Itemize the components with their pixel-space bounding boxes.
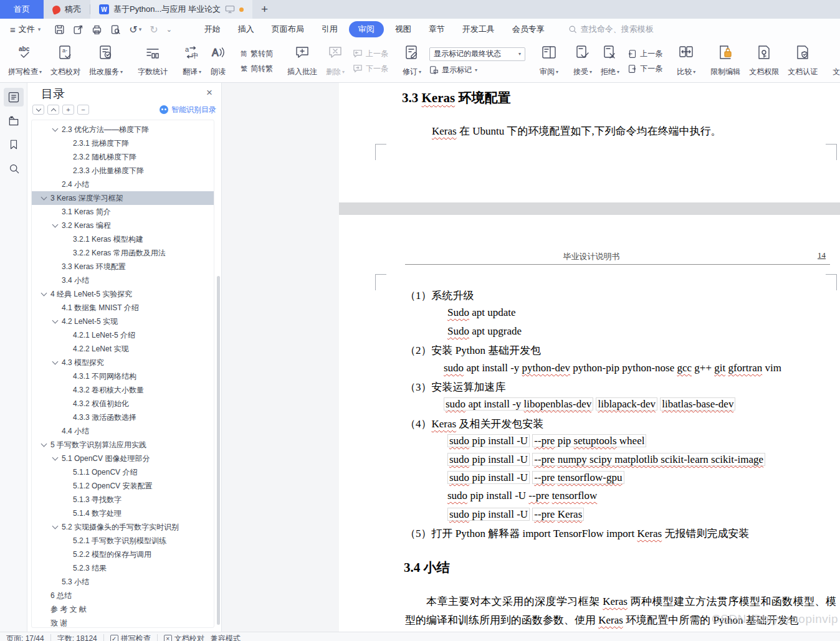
collapse-button[interactable]: − <box>77 105 89 115</box>
toc-item[interactable]: 4.2 LeNet-5 实现 <box>32 315 214 328</box>
toc-item[interactable]: 3.2.2 Keras 常用函数及用法 <box>32 246 214 260</box>
toc-scrollbar-thumb[interactable] <box>217 276 220 625</box>
customize-toolbar-icon[interactable]: ⌄ <box>166 26 172 34</box>
toc-item[interactable]: 3.1 Keras 简介 <box>32 205 214 219</box>
word-count-button[interactable]: 字数统计 <box>133 40 172 82</box>
markup-state-select[interactable]: 显示标记的最终状态 ▾ <box>429 47 525 61</box>
track-changes-button[interactable]: 修订▾ <box>398 40 426 82</box>
read-aloud-button[interactable]: A 朗读 <box>206 40 231 82</box>
toc-item[interactable]: 2.3.2 随机梯度下降 <box>32 150 214 164</box>
save-button[interactable] <box>54 24 65 35</box>
menu-page-layout[interactable]: 页面布局 <box>263 21 313 37</box>
toc-item[interactable]: 4.3.2 权值初始化 <box>32 397 214 411</box>
toc-item[interactable]: 4.3.2 卷积核大小数量 <box>32 383 214 397</box>
file-menu-button[interactable]: ≡ 文件 ▾ <box>0 24 47 35</box>
toc-item[interactable]: 5 手写数字识别算法应用实践 <box>32 438 214 452</box>
toc-item[interactable]: 4.4 小结 <box>32 424 214 438</box>
toc-item[interactable]: 3.3 Keras 环境配置 <box>32 260 214 273</box>
simplified-to-traditional-button[interactable]: 繁简转繁 <box>241 64 273 74</box>
toc-item[interactable]: 参 考 文 献 <box>32 602 214 616</box>
toc-item[interactable]: 2.3 优化方法——梯度下降 <box>32 123 214 136</box>
spellcheck-toggle[interactable]: ✓拼写检查 <box>110 634 151 641</box>
menu-references[interactable]: 引用 <box>313 21 346 37</box>
spellcheck-button[interactable]: abc 拼写检查▾ <box>4 40 46 82</box>
toc-item[interactable]: 4.3.1 不同网络结构 <box>32 369 214 383</box>
proofread-toggle[interactable]: ×文档校对 <box>164 634 204 641</box>
toc-item[interactable]: 4.3.3 激活函数选择 <box>32 411 214 424</box>
toc-item[interactable]: 5.3 小结 <box>32 575 214 589</box>
undo-button[interactable]: ↺▾ <box>129 24 141 36</box>
chevron-down-icon[interactable] <box>52 318 59 324</box>
delete-comment-button[interactable]: 删除▾ <box>322 40 349 82</box>
toc-item[interactable]: 3.4 小结 <box>32 273 214 287</box>
next-comment-button[interactable]: 下一条 <box>353 64 388 74</box>
toc-item[interactable]: 4.1 数据集 MNIST 介绍 <box>32 301 214 315</box>
show-markup-button[interactable]: 显示标记▾ <box>429 65 525 75</box>
document-page-14[interactable]: 毕业设计说明书 14 （1）系统升级Sudo apt updateSudo ap… <box>339 215 840 632</box>
tab-document[interactable]: W 基于Python...与应用 毕业论文 <box>90 0 252 19</box>
document-workspace[interactable]: 3.3 Keras 环境配置 Keras 在 Ubuntu 下的环境配置如下,下… <box>222 83 840 632</box>
chapter-panel-button[interactable] <box>4 112 24 130</box>
toc-panel-button[interactable] <box>4 88 24 107</box>
menu-review-active[interactable]: 审阅 <box>349 21 384 37</box>
restrict-editing-button[interactable]: 限制编辑 <box>706 40 745 82</box>
toc-item[interactable]: 4.2.1 LeNet-5 介绍 <box>32 328 214 342</box>
collapse-all-button[interactable] <box>32 105 44 115</box>
toc-item[interactable]: 3.2.1 Keras 模型构建 <box>32 232 214 246</box>
toc-item[interactable]: 致 谢 <box>32 616 214 628</box>
chevron-down-icon[interactable] <box>52 126 59 132</box>
traditional-to-simplified-button[interactable]: 简繁转简 <box>241 49 273 59</box>
translate-button[interactable]: a中 翻译▾ <box>178 40 206 82</box>
insert-comment-button[interactable]: 插入批注 <box>283 40 322 82</box>
toc-item[interactable]: 5.2.3 结果 <box>32 561 214 575</box>
chevron-down-icon[interactable] <box>41 441 47 447</box>
toc-item[interactable]: 4 经典 LeNet-5 实验探究 <box>32 287 214 301</box>
toc-item[interactable]: 5.2 实现摄像头的手写数字实时识别 <box>32 520 214 534</box>
toc-item[interactable]: 5.1.2 OpenCV 安装配置 <box>32 479 214 493</box>
menu-member[interactable]: 会员专享 <box>504 21 553 37</box>
prev-comment-button[interactable]: 上一条 <box>353 49 388 59</box>
prev-revision-button[interactable]: 上一条 <box>628 49 662 59</box>
expand-button[interactable]: + <box>62 105 74 115</box>
proofread-button[interactable]: a- 文档校对 <box>46 40 85 82</box>
menu-view[interactable]: 视图 <box>386 21 420 37</box>
doc-finalize-button[interactable]: 文档定稿▾ <box>828 40 840 82</box>
menu-start[interactable]: 开始 <box>196 21 229 37</box>
chevron-down-icon[interactable] <box>41 290 47 297</box>
tab-gaoke[interactable]: 稿壳 <box>44 0 90 19</box>
bookmark-panel-button[interactable] <box>4 135 24 154</box>
menu-insert[interactable]: 插入 <box>229 21 263 37</box>
tab-home[interactable]: 首页 <box>0 0 44 19</box>
toc-item[interactable]: 5.1 OpenCV 图像处理部分 <box>32 452 214 465</box>
toc-item[interactable]: 4.2.2 LeNet 实现 <box>32 342 214 356</box>
toc-item[interactable]: 2.4 小结 <box>32 178 214 191</box>
toc-item[interactable]: 5.2.1 手写数字识别模型训练 <box>32 534 214 548</box>
grading-service-button[interactable]: 批改服务▾ <box>85 40 127 82</box>
chevron-down-icon[interactable] <box>52 455 59 461</box>
expand-all-button[interactable] <box>47 105 59 115</box>
toc-item[interactable]: 6 总结 <box>32 589 214 602</box>
chevron-down-icon[interactable] <box>52 359 59 365</box>
chevron-down-icon[interactable] <box>52 222 59 228</box>
command-search[interactable]: 查找命令、搜索模板 <box>568 24 654 35</box>
search-panel-button[interactable] <box>4 159 24 178</box>
chevron-down-icon[interactable] <box>52 523 59 529</box>
undo-dropdown-icon[interactable]: ▾ <box>139 26 142 32</box>
menu-dev-tools[interactable]: 开发工具 <box>454 21 504 37</box>
print-button[interactable] <box>92 24 102 35</box>
review-pane-button[interactable]: 审阅▾ <box>535 40 563 82</box>
doc-certify-button[interactable]: 文档认证 <box>783 40 822 82</box>
export-pdf-button[interactable] <box>73 24 84 35</box>
toc-item[interactable]: 5.2.2 模型的保存与调用 <box>32 548 214 561</box>
document-page-13[interactable]: 3.3 Keras 环境配置 Keras 在 Ubuntu 下的环境配置如下,下… <box>339 83 840 202</box>
toc-item[interactable]: 5.1.4 数字处理 <box>32 506 214 520</box>
reject-change-button[interactable]: 拒绝▾ <box>596 40 624 82</box>
toc-item[interactable]: 3 Keras 深度学习框架 <box>32 191 214 205</box>
toc-item[interactable]: 4.3 模型探究 <box>32 356 214 369</box>
compare-button[interactable]: 比较▾ <box>672 40 700 82</box>
toc-item[interactable]: 5.1.3 寻找数字 <box>32 493 214 506</box>
menu-section[interactable]: 章节 <box>420 21 454 37</box>
toc-item[interactable]: 3.2 Keras 编程 <box>32 219 214 232</box>
toc-item[interactable]: 5.1.1 OpenCV 介绍 <box>32 465 214 479</box>
toc-item[interactable]: 2.3.1 批梯度下降 <box>32 136 214 150</box>
